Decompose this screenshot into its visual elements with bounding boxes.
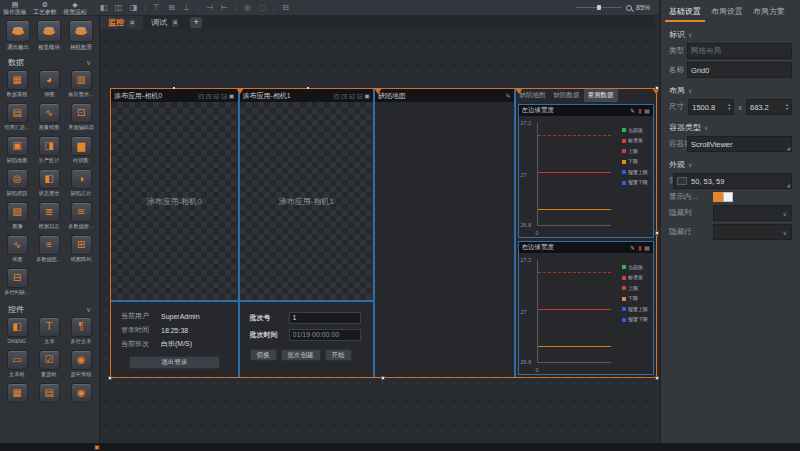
resize-handle-se[interactable] (655, 376, 659, 380)
height-stepper[interactable]: ▲▼ (746, 99, 792, 115)
alarm-icon[interactable]: ▮ (638, 244, 641, 251)
section-appearance[interactable]: 外观 ∨ (669, 159, 792, 170)
separator[interactable]: | (141, 3, 149, 12)
stretch-h-icon[interactable]: ⊣ (202, 3, 217, 12)
top-menu-item[interactable]: ▤ 操作面板 (0, 1, 30, 15)
palette-item[interactable]: ☑ 复选框 (33, 350, 65, 383)
chart-card-right-edge[interactable]: 右边缘宽度 ✎ ▮ ▤ 27.2 27 26.8 (518, 241, 654, 375)
color-swatch[interactable] (677, 177, 687, 185)
section-header-controls[interactable]: 控件 ∨ (0, 301, 99, 317)
palette-item[interactable]: ▣ 缺陷地图 (1, 136, 33, 169)
align-right-icon[interactable]: ◨ (126, 3, 141, 12)
palette-item[interactable]: ◎ 缺陷跟踪 (1, 169, 33, 202)
distribute-icon[interactable]: ⊞ (164, 3, 179, 12)
step-down-icon[interactable]: ▼ (783, 107, 791, 111)
edit-icon[interactable]: ✎ (505, 92, 510, 99)
batch-action-button[interactable]: 批次创建 (281, 349, 321, 361)
delete-icon[interactable]: ⊟ (278, 3, 293, 12)
batch-action-button[interactable]: 切换 (250, 349, 277, 361)
section-identity[interactable]: 标识 ∨ (669, 29, 792, 40)
column-marker[interactable] (515, 88, 523, 94)
palette-item[interactable]: ∿ 测量线图 (33, 103, 65, 136)
hide-columns-select[interactable]: ∨ (713, 205, 792, 221)
zoom-slider[interactable] (576, 7, 622, 8)
palette-item[interactable]: ▦ 数据表格 (1, 70, 33, 103)
panel-camera1[interactable]: 涂布应用-相机1 ◰◳◱◲▣ 涂布应用-相机1 批次号 (240, 89, 374, 377)
defect-map-body[interactable] (375, 102, 513, 377)
resize-handle-ne[interactable] (655, 86, 659, 90)
chart-card-left-edge[interactable]: 左边缘宽度 ✎ ▮ ▤ 27.2 27 26.8 (518, 104, 654, 238)
top-menu-item[interactable]: ⚙ 工艺参数 (30, 1, 60, 15)
section-header-data[interactable]: 数据 ∨ (0, 54, 99, 70)
resize-handle-s[interactable] (381, 376, 385, 380)
palette-item[interactable]: ▆ 柱状图 (65, 136, 97, 169)
top-menu-item[interactable]: ◈ 视觉流程 (60, 1, 90, 15)
fit-view-icon[interactable]: ◰ (334, 92, 340, 99)
palette-item[interactable]: ◉ 选中按钮 (65, 350, 97, 383)
palette-item[interactable]: ▦ (1, 383, 33, 416)
crosshair-icon[interactable]: ◲ (357, 92, 363, 99)
tab-menu-icon[interactable]: ≡ (172, 19, 178, 27)
sidebar-tool-item[interactable]: 相机配置 (66, 20, 97, 52)
design-canvas[interactable]: 涂布应用-相机0 ◰◳◱◲▣ 涂布应用-相机0 (100, 29, 655, 443)
palette-item[interactable]: ◨ 生产统计 (33, 136, 65, 169)
palette-item[interactable]: ◑ 缺陷占比 (65, 169, 97, 202)
width-stepper[interactable]: ▲▼ (688, 99, 734, 115)
edit-icon[interactable]: ✎ (630, 244, 635, 251)
name-input[interactable] (691, 66, 788, 75)
measurement-tab[interactable]: 缺陷数据 (550, 89, 584, 102)
palette-item[interactable]: ≡ 多数据统… (33, 235, 65, 268)
palette-item[interactable]: ≋ 多数据折… (65, 202, 97, 235)
align-h-center-icon[interactable]: ◫ (111, 3, 126, 12)
palette-item[interactable]: ∿ 线图 (1, 235, 33, 268)
settings-icon[interactable]: ▣ (229, 92, 235, 99)
palette-item[interactable]: ▤ 结果汇总… (1, 103, 33, 136)
settings-icon[interactable]: ▣ (364, 92, 370, 99)
doc-tab-debug[interactable]: 调试 ≡ (143, 16, 186, 29)
crosshair-icon[interactable]: ◲ (221, 92, 227, 99)
zoom-region-icon[interactable]: ◳ (206, 92, 212, 99)
image-placeholder-camera0[interactable]: 涂布应用-相机0 (111, 102, 238, 300)
ruler-icon[interactable]: ◱ (214, 92, 220, 99)
zoom-region-icon[interactable]: ◳ (341, 92, 347, 99)
image-placeholder-camera1[interactable]: 涂布应用-相机1 (240, 102, 374, 300)
align-top-icon[interactable]: ⊤ (149, 3, 164, 12)
delete-icon[interactable]: ▤ (644, 107, 650, 114)
column-marker[interactable] (236, 88, 244, 94)
palette-item[interactable]: ▭ 文本框 (1, 350, 33, 383)
measurement-tab[interactable]: 量测数据 (584, 89, 618, 102)
palette-item[interactable]: ⊡ 界面编辑器 (65, 103, 97, 136)
palette-item[interactable]: ≣ 检测日志 (33, 202, 65, 235)
sidebar-tool-item[interactable]: 通讯输出 (2, 20, 33, 52)
palette-item[interactable]: ▥ 纵向显示… (65, 70, 97, 103)
separator[interactable]: | (232, 3, 240, 12)
panel-defect-map[interactable]: 缺陷地图 ✎ (375, 89, 513, 377)
batch-time-input[interactable] (289, 329, 361, 341)
zoom-slider-handle[interactable] (597, 5, 601, 10)
fit-view-icon[interactable]: ◰ (198, 92, 204, 99)
height-input[interactable] (747, 103, 783, 112)
selected-grid-layout[interactable]: 涂布应用-相机0 ◰◳◱◲▣ 涂布应用-相机0 (110, 88, 657, 378)
palette-item[interactable]: ▧ 图像 (1, 202, 33, 235)
background-color-input[interactable] (691, 177, 788, 186)
add-tab-button[interactable]: + (190, 17, 202, 28)
width-input[interactable] (689, 103, 725, 112)
step-down-icon[interactable]: ▼ (725, 107, 733, 111)
logout-button[interactable]: 退出登录 (129, 356, 220, 369)
container-type-field[interactable]: ◢ (687, 136, 792, 152)
group-icon[interactable]: ▣ (240, 3, 255, 12)
container-type-input[interactable] (691, 140, 788, 149)
background-color-field[interactable]: ◢ (673, 173, 792, 189)
resize-handle-sw[interactable] (108, 376, 112, 380)
panel-camera0[interactable]: 涂布应用-相机0 ◰◳◱◲▣ 涂布应用-相机0 (111, 89, 238, 377)
section-layout[interactable]: 布局 ∨ (669, 85, 792, 96)
property-tab[interactable]: 布局方案 (749, 4, 789, 22)
alarm-icon[interactable]: ▮ (638, 107, 641, 114)
property-tab[interactable]: 基础设置 (665, 4, 705, 22)
show-content-toggle[interactable] (713, 192, 733, 202)
palette-item[interactable]: ◧ 状态显示 (33, 169, 65, 202)
name-field[interactable] (687, 62, 792, 78)
section-container-type[interactable]: 容器类型 ∨ (669, 122, 792, 133)
batch-action-button[interactable]: 开始 (325, 349, 352, 361)
ungroup-icon[interactable]: ▢ (255, 3, 270, 12)
